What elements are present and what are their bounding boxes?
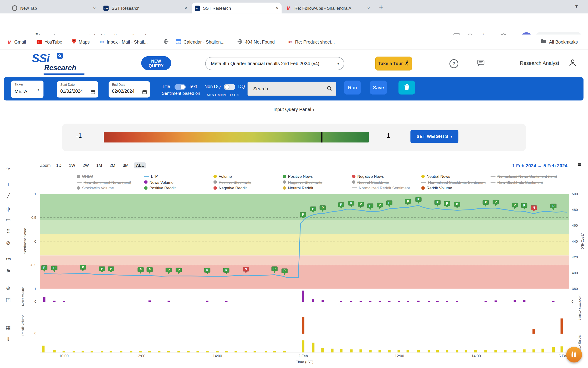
svg-text:P: P: [350, 202, 352, 205]
run-button[interactable]: Run: [344, 81, 361, 94]
svg-text:P: P: [446, 202, 448, 205]
svg-text:440: 440: [572, 239, 578, 243]
feedback-icon[interactable]: [477, 60, 484, 67]
svg-text:Reddit Volume: Reddit Volume: [21, 315, 25, 336]
tour-label: Take a Tour: [378, 61, 403, 66]
svg-text:P: P: [225, 269, 227, 272]
query-select[interactable]: Meta 4th Quarter financial results 2nd F…: [205, 57, 344, 70]
weight-min-label: -1: [73, 132, 85, 139]
gmail-icon: M: [8, 39, 12, 46]
svg-text:P: P: [284, 269, 286, 273]
bookmark-item[interactable]: MGmail: [8, 35, 26, 50]
bookmark-item[interactable]: 31Calendar - Shailen...: [176, 35, 224, 50]
svg-text:P: P: [523, 204, 525, 207]
bookmark-label: YouTube: [45, 39, 62, 45]
walking-person-icon: [405, 60, 409, 67]
bookmark-label: Inbox - Mail - Shail...: [107, 39, 148, 45]
weight-max-label: 1: [383, 132, 394, 139]
dq-toggle[interactable]: [224, 84, 235, 90]
new-tab-button[interactable]: +: [379, 3, 383, 12]
svg-text:P: P: [407, 200, 409, 203]
chat-widget-button[interactable]: [566, 347, 582, 362]
start-date-input[interactable]: Start Date 01/02/2024: [57, 81, 98, 98]
svg-text:P: P: [312, 207, 314, 211]
newtab-favicon: [12, 5, 17, 11]
weight-marker[interactable]: [321, 132, 323, 142]
help-icon[interactable]: ?: [449, 59, 458, 68]
bookmark-item[interactable]: 404 Not Found: [237, 35, 275, 50]
end-date-value: 02/02/2024: [112, 89, 134, 94]
weight-gradient-slider[interactable]: [104, 132, 369, 142]
calendar-icon: 31: [176, 39, 181, 46]
svg-text:P: P: [340, 203, 342, 206]
browser-tab[interactable]: SSTSST Research×: [100, 2, 190, 13]
svg-text:P: P: [322, 206, 324, 210]
set-weights-label: SET WEIGHTS: [416, 134, 448, 138]
svg-text:400: 400: [572, 271, 578, 275]
search-icon[interactable]: [327, 85, 332, 92]
tab-close-icon[interactable]: ×: [276, 5, 279, 11]
bookmark-item[interactable]: YouTube: [37, 35, 62, 50]
bookmark-item[interactable]: ✉Inbox - Mail - Shail...: [100, 35, 148, 50]
svg-text:500: 500: [572, 192, 578, 196]
svg-text:P: P: [552, 204, 554, 208]
sentiment-source-toggle[interactable]: [175, 84, 186, 90]
bookmark-label: Maps: [79, 39, 90, 45]
search-input[interactable]: [248, 86, 327, 92]
svg-text:P: P: [82, 266, 84, 269]
delete-button[interactable]: [398, 81, 415, 94]
bookmark-item[interactable]: Maps: [72, 35, 90, 50]
browser-window: New Tab×SSTSST Research×SSTSST Research×…: [0, 0, 588, 368]
sentiment-based-on-caption: Sentiment based on: [162, 91, 200, 95]
browser-tab[interactable]: New Tab×: [9, 2, 99, 13]
svg-text:LTP/OHLC: LTP/OHLC: [581, 232, 585, 249]
svg-text:12:00: 12:00: [136, 354, 145, 358]
sentiment-type-caption: SENTIMENT TYPE: [207, 93, 239, 97]
svg-text:-1: -1: [33, 287, 36, 291]
svg-text:10:00: 10:00: [59, 354, 69, 358]
input-query-panel-toggle[interactable]: Input Query Panel ▾: [0, 107, 588, 112]
end-date-label: End Date: [112, 83, 125, 87]
tab-close-icon[interactable]: ×: [184, 5, 187, 11]
end-date-input[interactable]: End Date 02/02/2024: [109, 81, 150, 98]
svg-text:0: 0: [35, 331, 36, 335]
user-profile-icon[interactable]: [569, 58, 577, 68]
ticker-select[interactable]: Ticker META ▾: [11, 81, 44, 98]
browser-toolbar: ← → ↻ sst-research-trial.finsoftai.com/b…: [0, 13, 588, 35]
svg-text:0: 0: [571, 300, 573, 303]
tab-close-icon[interactable]: ×: [93, 5, 96, 11]
calendar-icon[interactable]: [142, 89, 147, 95]
logo-magnifier-icon: [57, 53, 63, 59]
all-bookmarks-button[interactable]: All Bookmarks: [541, 35, 578, 50]
calendar-icon[interactable]: [91, 89, 95, 95]
new-query-button[interactable]: NEW QUERY: [141, 56, 171, 70]
svg-text:P: P: [484, 201, 487, 204]
svg-text:P: P: [43, 266, 45, 269]
svg-text:P: P: [436, 201, 439, 204]
ssi-logo: SSi: [32, 52, 50, 65]
browser-tab[interactable]: MRe: Follow-ups - Shailendra A×: [283, 2, 373, 13]
bookmark-item[interactable]: ✉Re: Product sheet...: [289, 35, 335, 50]
bookmark-item[interactable]: [164, 35, 168, 50]
tab-strip-chevron-icon[interactable]: ▾: [575, 3, 578, 9]
sst-favicon: SST: [195, 5, 200, 11]
svg-text:14:00: 14:00: [472, 354, 481, 358]
bookmark-label: 404 Not Found: [245, 39, 275, 45]
svg-text:P: P: [177, 268, 180, 272]
bookmarks-bar: MGmailYouTubeMaps✉Inbox - Mail - Shail..…: [0, 35, 588, 50]
svg-text:P: P: [273, 267, 275, 271]
tab-title: Re: Follow-ups - Shailendra A: [294, 6, 365, 10]
bookmark-label: Calendar - Shailen...: [184, 39, 225, 45]
toggle-nondq-label: Non DQ: [204, 84, 221, 89]
take-a-tour-button[interactable]: Take a Tour: [375, 56, 412, 70]
gmail-favicon: M: [286, 5, 291, 11]
input-query-panel-label: Input Query Panel: [273, 107, 311, 112]
save-button[interactable]: Save: [370, 81, 387, 94]
toggle-text-label: Text: [189, 84, 197, 89]
tab-close-icon[interactable]: ×: [367, 5, 370, 11]
maps-icon: [72, 39, 76, 46]
svg-text:P: P: [302, 213, 304, 216]
set-weights-button[interactable]: SET WEIGHTS ▾: [411, 130, 458, 143]
svg-text:P: P: [101, 267, 103, 271]
browser-tab[interactable]: SSTSST Research×: [192, 2, 281, 13]
